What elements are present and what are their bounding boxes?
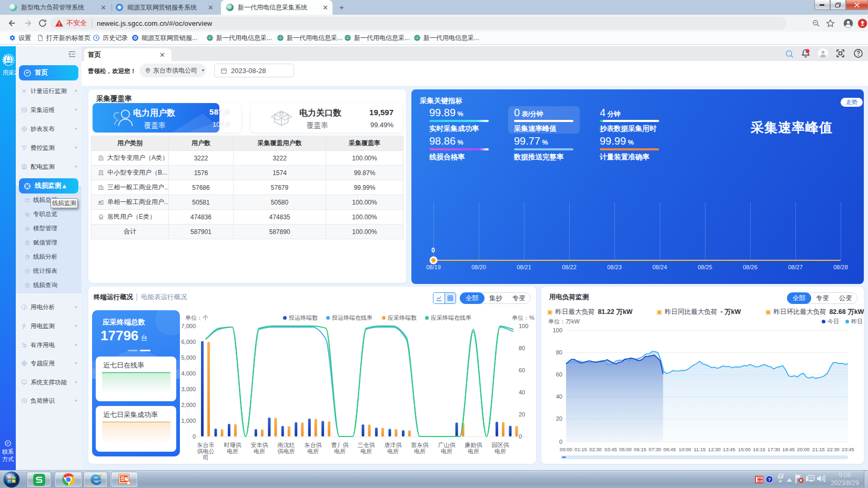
svg-text:11:15: 11:15 [693, 446, 705, 452]
svg-text:00:00: 00:00 [560, 446, 572, 452]
svg-text:0: 0 [193, 433, 196, 440]
svg-text:0: 0 [431, 247, 435, 254]
svg-text:3,000: 3,000 [181, 386, 196, 392]
svg-text:60: 60 [556, 371, 562, 378]
svg-text:4,000: 4,000 [181, 370, 196, 377]
svg-text:40: 40 [519, 389, 525, 395]
svg-text:6,000: 6,000 [181, 339, 196, 345]
svg-text:16:15: 16:15 [753, 446, 765, 452]
svg-text:60: 60 [519, 367, 525, 373]
svg-text:22:30: 22:30 [827, 446, 840, 452]
svg-text:0: 0 [559, 439, 562, 445]
svg-text:17:30: 17:30 [768, 446, 780, 452]
svg-text:15:00: 15:00 [738, 446, 751, 452]
svg-text:1,000: 1,000 [181, 418, 196, 424]
svg-text:20: 20 [556, 415, 562, 422]
svg-text:7,000: 7,000 [181, 323, 196, 329]
svg-text:100: 100 [519, 323, 528, 329]
svg-text:?: ? [768, 477, 771, 482]
svg-text:20: 20 [519, 411, 525, 418]
svg-text:100: 100 [553, 327, 562, 333]
svg-text:03:45: 03:45 [604, 446, 617, 452]
svg-text:08:45: 08:45 [663, 446, 676, 452]
svg-text:80: 80 [556, 349, 562, 355]
svg-text:2,000: 2,000 [181, 402, 196, 408]
svg-text:0: 0 [519, 433, 522, 440]
svg-text:01:15: 01:15 [574, 446, 587, 452]
svg-text:18:45: 18:45 [782, 446, 795, 452]
svg-text:06:15: 06:15 [634, 446, 647, 452]
svg-text:02:30: 02:30 [589, 446, 602, 452]
svg-text:23:45: 23:45 [842, 446, 854, 452]
svg-text:12:30: 12:30 [708, 446, 721, 452]
svg-text:20:00: 20:00 [797, 446, 810, 452]
svg-text:10:00: 10:00 [679, 446, 691, 452]
svg-text:07:30: 07:30 [649, 446, 661, 452]
svg-text:05:00: 05:00 [619, 446, 632, 452]
svg-text:13:45: 13:45 [723, 446, 735, 452]
svg-text:80: 80 [519, 345, 525, 351]
svg-text:21:15: 21:15 [812, 446, 825, 452]
svg-text:40: 40 [556, 393, 562, 400]
svg-text:5,000: 5,000 [181, 354, 196, 361]
